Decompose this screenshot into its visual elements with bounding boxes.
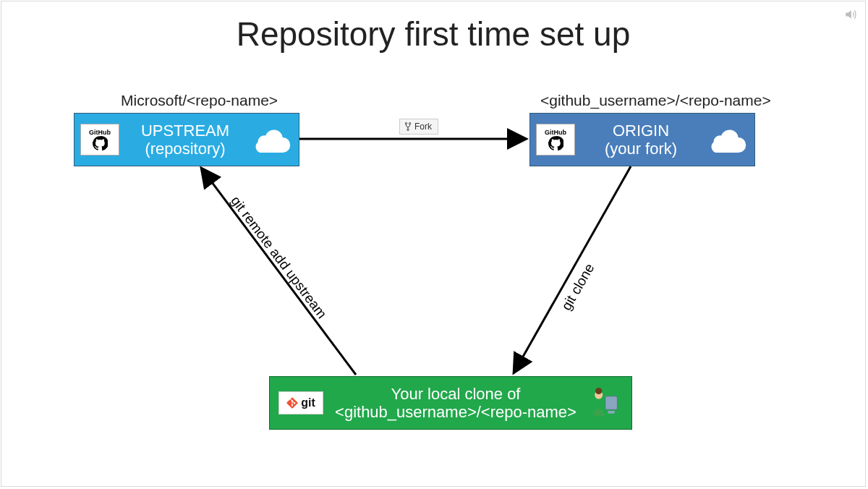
slide: Repository first time set up Microsoft/<… bbox=[1, 1, 866, 487]
origin-subtitle: (your fork) bbox=[575, 140, 707, 158]
origin-text: ORIGIN (your fork) bbox=[575, 122, 707, 158]
cloud-icon bbox=[707, 127, 747, 153]
cloud-icon bbox=[251, 127, 292, 153]
upstream-title: UPSTREAM bbox=[119, 122, 251, 140]
upstream-box: GitHub UPSTREAM (repository) bbox=[74, 113, 299, 166]
local-text: Your local clone of <github_username>/<r… bbox=[323, 385, 588, 422]
upstream-path-label: Microsoft/<repo-name> bbox=[121, 92, 278, 109]
user-at-computer-icon bbox=[588, 387, 620, 419]
svg-point-4 bbox=[405, 123, 407, 124]
fork-button-label: Fork bbox=[414, 122, 432, 132]
origin-box: GitHub ORIGIN (your fork) bbox=[529, 113, 755, 166]
svg-point-6 bbox=[407, 129, 409, 130]
git-label: git bbox=[301, 396, 315, 409]
github-badge-label: GitHub bbox=[89, 129, 111, 136]
page-title: Repository first time set up bbox=[1, 14, 865, 54]
github-badge-label: GitHub bbox=[545, 129, 566, 136]
fork-icon bbox=[404, 122, 412, 131]
svg-rect-0 bbox=[605, 396, 618, 409]
upstream-text: UPSTREAM (repository) bbox=[119, 122, 251, 158]
local-line2: <github_username>/<repo-name> bbox=[323, 403, 588, 421]
github-octocat-icon: GitHub bbox=[536, 124, 575, 156]
git-remote-label: git remote add upstream bbox=[227, 193, 330, 322]
svg-point-3 bbox=[595, 388, 602, 394]
local-line1: Your local clone of bbox=[323, 385, 588, 403]
origin-title: ORIGIN bbox=[575, 122, 707, 140]
github-octocat-icon: GitHub bbox=[80, 124, 119, 156]
fork-button[interactable]: Fork bbox=[399, 119, 438, 135]
git-logo-icon: git bbox=[278, 391, 323, 414]
origin-path-label: <github_username>/<repo-name> bbox=[540, 92, 771, 109]
local-clone-box: git Your local clone of <github_username… bbox=[269, 376, 632, 430]
git-clone-label: git clone bbox=[558, 261, 597, 313]
upstream-subtitle: (repository) bbox=[119, 140, 251, 158]
svg-line-8 bbox=[514, 166, 631, 373]
svg-point-5 bbox=[409, 123, 410, 124]
svg-rect-1 bbox=[608, 411, 615, 414]
